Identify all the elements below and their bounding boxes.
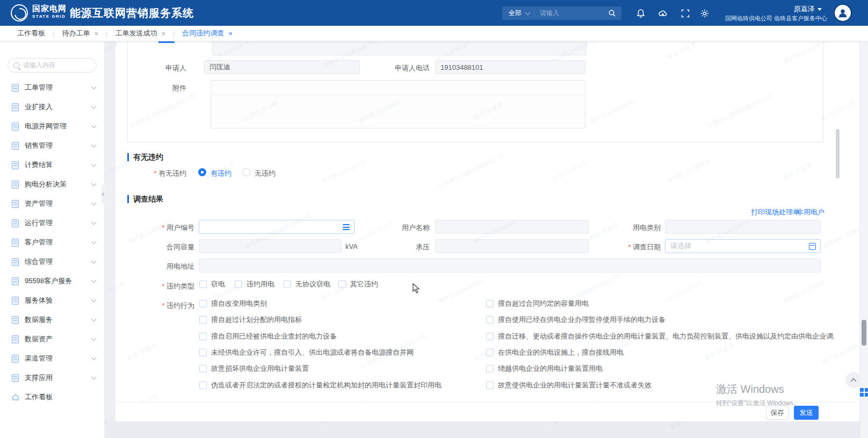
checkbox-option-窃电[interactable]: 窃电	[199, 279, 225, 289]
document-icon	[12, 103, 19, 111]
chevron-down-icon	[91, 200, 97, 205]
contract-capacity-field	[199, 239, 342, 253]
radio-has-breach[interactable]	[198, 168, 206, 176]
user-menu[interactable]: 原嘉泽	[794, 4, 822, 14]
radio-no-breach-label[interactable]: 无违约	[255, 169, 276, 178]
sidebar-collapse-handle[interactable]	[101, 184, 106, 204]
fullscreen-icon[interactable]	[681, 9, 690, 18]
sidebar-item-数据服务[interactable]: 数据服务	[0, 310, 104, 329]
tab-label: 工作看板	[17, 28, 45, 38]
checkbox-icon[interactable]	[338, 281, 346, 288]
checkbox-option-擅自启用已经被供电企业查[interactable]: 擅自启用已经被供电企业查封的电力设备	[199, 332, 337, 341]
app-title: 能源互联网营销服务系统	[70, 6, 194, 20]
checkbox-icon[interactable]	[486, 316, 494, 324]
sidebar-item-服务体验[interactable]: 服务体验	[0, 291, 104, 310]
search-input[interactable]: 请输入	[534, 9, 608, 18]
checkbox-option-未经供电企业许可，擅自引[interactable]: 未经供电企业许可，擅自引入、供出电源或者将自备电源擅自并网	[199, 348, 414, 357]
user-avatar[interactable]	[834, 4, 852, 22]
gear-icon[interactable]	[700, 9, 710, 18]
checkbox-icon[interactable]	[486, 300, 494, 307]
sidebar-item-数据资产[interactable]: 数据资产	[0, 329, 104, 349]
sidebar-item-综合管理[interactable]: 综合管理	[0, 252, 104, 271]
tab-工作看板[interactable]: 工作看板	[10, 28, 53, 38]
sidebar-item-业扩接入[interactable]: 业扩接入	[0, 97, 104, 117]
sidebar-search-input[interactable]: 请输入内容	[8, 58, 97, 73]
checkbox-icon[interactable]	[199, 349, 207, 356]
checkbox-icon[interactable]	[284, 281, 291, 288]
sidebar-item-销售管理[interactable]: 销售管理	[0, 136, 104, 155]
chevron-down-icon	[525, 10, 531, 15]
checkbox-icon[interactable]	[199, 382, 207, 389]
attachment-upload-area[interactable]	[211, 80, 585, 128]
sidebar-item-运行管理[interactable]: 运行管理	[0, 213, 104, 233]
radio-has-breach-label[interactable]: 有违约	[211, 169, 232, 178]
print-site-order-link[interactable]: 打印现场处理单	[751, 207, 800, 217]
active-tab-indicator	[158, 41, 175, 43]
tab-工单发送成功[interactable]: 工单发送成功×	[107, 28, 173, 38]
checkbox-option-擅自超过合同约定的容量用[interactable]: 擅自超过合同约定的容量用电	[486, 299, 589, 308]
page-scrollbar[interactable]	[860, 41, 868, 438]
checkbox-icon[interactable]	[199, 281, 207, 288]
tab-合同违约调查[interactable]: 合同违约调查×	[175, 28, 240, 38]
checkbox-option-擅自改变用电类别[interactable]: 擅自改变用电类别	[199, 299, 267, 308]
voltage-field	[435, 239, 589, 253]
checkbox-icon[interactable]	[199, 300, 207, 307]
checkbox-option-绕越供电企业的用电计量装[interactable]: 绕越供电企业的用电计量装置用电	[486, 364, 603, 374]
checkbox-icon[interactable]	[235, 281, 242, 288]
checkbox-icon[interactable]	[486, 333, 494, 340]
checkbox-option-在供电企业的供电设施上，[interactable]: 在供电企业的供电设施上，擅自接线用电	[486, 348, 624, 357]
search-icon[interactable]	[608, 9, 616, 17]
checkbox-label: 伪造或者开启法定的或者授权的计量检定机构加封的用电计量装置封印用电	[211, 380, 442, 390]
list-picker-icon[interactable]	[343, 224, 350, 230]
sidebar-item-电源并网管理[interactable]: 电源并网管理	[0, 117, 104, 136]
survey-date-picker[interactable]: 请选择	[665, 239, 821, 253]
grid-widget-icon[interactable]	[860, 388, 868, 397]
checkbox-option-违约用电[interactable]: 违约用电	[235, 279, 274, 289]
non-power-user-link[interactable]: 非用电户	[797, 207, 824, 217]
content-scrollbar-thumb[interactable]	[836, 129, 840, 178]
applicant-field: 闫匡迪	[204, 60, 360, 74]
checkbox-option-伪造或者开启法定的或者授[interactable]: 伪造或者开启法定的或者授权的计量检定机构加封的用电计量装置封印用电	[199, 380, 442, 390]
tab-待办工单[interactable]: 待办工单×	[54, 28, 106, 38]
checkbox-icon[interactable]	[486, 382, 494, 389]
sidebar-item-渠道管理[interactable]: 渠道管理	[0, 349, 104, 368]
checkbox-icon[interactable]	[486, 349, 494, 356]
checkbox-option-故意使供电企业的用电计量[interactable]: 故意使供电企业的用电计量装置计量不准或者失效	[486, 380, 652, 390]
checkbox-icon[interactable]	[199, 316, 207, 324]
global-search[interactable]: 全部 请输入	[502, 6, 621, 20]
calendar-icon[interactable]	[809, 243, 816, 250]
checkbox-icon[interactable]	[486, 365, 494, 372]
section-title-breach: 有无违约	[127, 153, 163, 161]
bell-icon[interactable]	[636, 9, 646, 18]
cloud-icon[interactable]	[658, 9, 668, 18]
checkbox-icon[interactable]	[199, 365, 207, 372]
checkbox-option-擅自超过计划分配的用电指[interactable]: 擅自超过计划分配的用电指标	[199, 315, 302, 325]
checkbox-option-擅自迁移、更动或者擅自操[interactable]: 擅自迁移、更动或者擅自操作供电企业的用电计量装置、电力负荷控制装置、供电设施以及…	[486, 332, 834, 341]
back-to-top-button[interactable]	[845, 372, 862, 388]
checkbox-option-其它违约[interactable]: 其它违约	[338, 279, 378, 289]
sidebar-item-支撑应用[interactable]: 支撑应用	[0, 368, 104, 387]
save-button[interactable]: 保存	[766, 406, 789, 420]
sidebar-item-客户管理[interactable]: 客户管理	[0, 233, 104, 252]
document-icon	[12, 335, 19, 343]
sidebar-item-工单管理[interactable]: 工单管理	[0, 78, 104, 97]
close-icon[interactable]: ×	[94, 30, 98, 38]
sidebar-item-资产管理[interactable]: 资产管理	[0, 194, 104, 213]
sidebar-item-95598客户服务[interactable]: 95598客户服务	[0, 271, 104, 291]
send-button[interactable]: 发送	[794, 406, 819, 420]
search-scope-select[interactable]: 全部	[502, 9, 534, 18]
checkbox-option-无协议窃电[interactable]: 无协议窃电	[284, 279, 330, 289]
close-icon[interactable]: ×	[161, 30, 165, 38]
sidebar-item-label: 95598客户服务	[25, 276, 92, 286]
radio-no-breach[interactable]	[242, 168, 250, 176]
checkbox-icon[interactable]	[199, 333, 207, 340]
sidebar-item-计费结算[interactable]: 计费结算	[0, 155, 104, 175]
document-icon	[12, 123, 19, 131]
close-icon[interactable]: ×	[228, 30, 233, 38]
scrollbar-thumb[interactable]	[862, 320, 866, 346]
sidebar-item-工作看板[interactable]: 工作看板	[0, 387, 104, 407]
checkbox-option-故意损坏供电企业用电计量[interactable]: 故意损坏供电企业用电计量装置	[199, 364, 309, 374]
user-no-input[interactable]	[199, 220, 355, 234]
sidebar-item-购电分析决策[interactable]: 购电分析决策	[0, 175, 104, 194]
checkbox-option-擅自使用已经在供电企业办[interactable]: 擅自使用已经在供电企业办理暂停使用手续的电力设备	[486, 315, 666, 325]
